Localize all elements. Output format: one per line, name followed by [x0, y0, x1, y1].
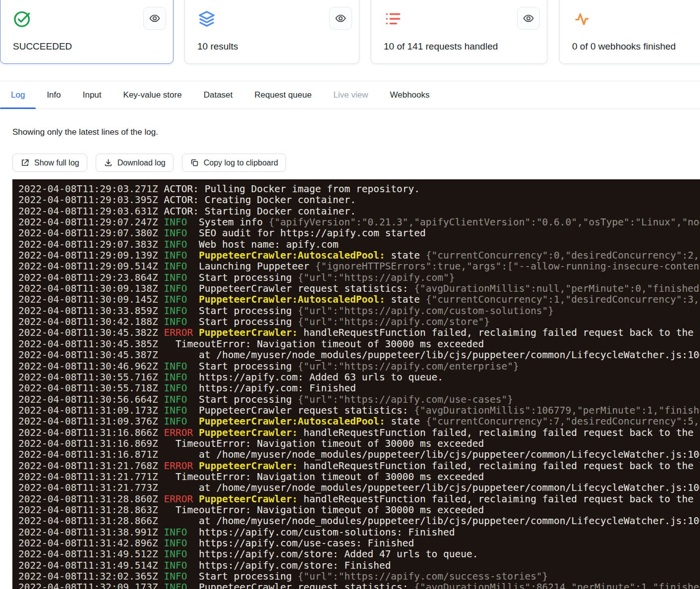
log-line: 2022-04-08T11:30:09.145Z INFO PuppeteerC… — [18, 294, 700, 305]
log-line: 2022-04-08T11:30:33.859Z INFO Start proc… — [18, 306, 700, 317]
log-line: 2022-04-08T11:31:28.863Z TimeoutError: N… — [18, 505, 700, 516]
results-card-label: 10 results — [197, 41, 238, 52]
download-icon — [104, 158, 113, 167]
log-line: 2022-04-08T11:29:03.271Z ACTOR: Pulling … — [18, 184, 700, 195]
log-line: 2022-04-08T11:32:09.173Z INFO PuppeteerC… — [18, 582, 700, 589]
log-line: 2022-04-08T11:29:07.247Z INFO System inf… — [18, 217, 700, 228]
log-line: 2022-04-08T11:30:42.188Z INFO Start proc… — [18, 317, 700, 327]
button-label: Show full log — [34, 159, 79, 167]
log-line: 2022-04-08T11:32:02.365Z INFO Start proc… — [18, 571, 700, 582]
status-card-label: SUCCEEDED — [13, 41, 72, 52]
tab-live-view[interactable]: Live view — [323, 81, 379, 108]
log-line: 2022-04-08T11:29:07.380Z INFO SEO audit … — [18, 228, 700, 239]
log-line: 2022-04-08T11:31:21.771Z TimeoutError: N… — [18, 472, 700, 482]
results-card-view-button[interactable] — [329, 7, 352, 30]
tab-request-queue[interactable]: Request queue — [243, 81, 322, 108]
log-line: 2022-04-08T11:31:21.768Z ERROR Puppeteer… — [18, 461, 700, 472]
log-line: 2022-04-08T11:29:23.864Z INFO Start proc… — [18, 272, 700, 283]
log-line: 2022-04-08T11:30:45.382Z ERROR Puppeteer… — [18, 327, 700, 338]
tab-dataset[interactable]: Dataset — [193, 81, 244, 108]
webhooks-card[interactable]: 0 of 0 webhooks finished — [559, 0, 700, 64]
log-line: 2022-04-08T11:31:09.376Z INFO PuppeteerC… — [18, 416, 700, 427]
layers-icon — [197, 9, 216, 28]
status-card[interactable]: SUCCEEDED — [0, 0, 174, 64]
tab-webhooks[interactable]: Webhooks — [379, 81, 441, 108]
log-note: Showing only the latest lines of the log… — [12, 127, 158, 137]
log-line: 2022-04-08T11:31:21.773Z at /home/myuser… — [18, 482, 700, 493]
log-line: 2022-04-08T11:31:16.869Z TimeoutError: N… — [18, 438, 700, 449]
log-line: 2022-04-08T11:30:46.962Z INFO Start proc… — [18, 361, 700, 372]
external-link-icon — [20, 158, 30, 167]
log-line: 2022-04-08T11:29:03.395Z ACTOR: Creating… — [18, 195, 700, 206]
run-tab-bar: LogInfoInputKey-value storeDatasetReques… — [0, 81, 700, 109]
log-line: 2022-04-08T11:30:09.138Z INFO PuppeteerC… — [18, 283, 700, 294]
log-line: 2022-04-08T11:30:45.387Z at /home/myuser… — [18, 350, 700, 361]
log-line: 2022-04-08T11:31:42.896Z INFO https://ap… — [18, 538, 700, 549]
list-icon — [384, 9, 403, 28]
log-line: 2022-04-08T11:31:49.512Z INFO https://ap… — [18, 549, 700, 560]
copy-icon — [190, 158, 199, 167]
copy-log-to-clipboard-button[interactable]: Copy log to clipboard — [182, 154, 286, 172]
log-line: 2022-04-08T11:30:55.718Z INFO https://ap… — [18, 383, 700, 394]
tab-log[interactable]: Log — [0, 81, 36, 108]
log-line: 2022-04-08T11:31:28.860Z ERROR Puppeteer… — [18, 494, 700, 505]
button-label: Copy log to clipboard — [204, 159, 278, 167]
webhooks-card-label: 0 of 0 webhooks finished — [572, 41, 676, 52]
log-line: 2022-04-08T11:31:49.514Z INFO https://ap… — [18, 560, 700, 571]
eye-icon — [523, 12, 534, 24]
log-line: 2022-04-08T11:31:16.866Z ERROR Puppeteer… — [18, 428, 700, 438]
pulse-icon — [572, 9, 591, 28]
log-output[interactable]: 2022-04-08T11:29:03.271Z ACTOR: Pulling … — [12, 179, 700, 589]
log-line: 2022-04-08T11:29:09.139Z INFO PuppeteerC… — [18, 250, 700, 261]
requests-card-view-button[interactable] — [517, 7, 540, 30]
log-line: 2022-04-08T11:29:03.631Z ACTOR: Starting… — [18, 206, 700, 217]
run-status-cards: SUCCEEDED10 results10 of 141 requests ha… — [0, 0, 700, 64]
tab-input[interactable]: Input — [72, 81, 113, 108]
tab-info[interactable]: Info — [36, 81, 71, 108]
log-line: 2022-04-08T11:29:07.383Z INFO Web host n… — [18, 239, 700, 250]
results-card[interactable]: 10 results — [184, 0, 359, 64]
log-actions: Show full logDownload logCopy log to cli… — [12, 154, 286, 172]
tab-key-value-store[interactable]: Key-value store — [113, 81, 193, 108]
log-line: 2022-04-08T11:31:28.866Z at /home/myuser… — [18, 516, 700, 527]
log-line: 2022-04-08T11:30:45.385Z TimeoutError: N… — [18, 339, 700, 350]
requests-card[interactable]: 10 of 141 requests handled — [371, 0, 547, 64]
log-line: 2022-04-08T11:29:09.514Z INFO Launching … — [18, 261, 700, 272]
button-label: Download log — [117, 159, 166, 167]
log-line: 2022-04-08T11:30:55.716Z INFO https://ap… — [18, 372, 700, 383]
check-circle-icon — [13, 9, 32, 28]
log-line: 2022-04-08T11:31:38.991Z INFO https://ap… — [18, 527, 700, 538]
eye-icon — [149, 12, 161, 24]
eye-icon — [335, 12, 347, 24]
log-line: 2022-04-08T11:31:09.173Z INFO PuppeteerC… — [18, 405, 700, 416]
download-log-button[interactable]: Download log — [96, 154, 174, 172]
show-full-log-button[interactable]: Show full log — [12, 154, 87, 172]
requests-card-label: 10 of 141 requests handled — [384, 41, 498, 52]
log-line: 2022-04-08T11:31:16.871Z at /home/myuser… — [18, 449, 700, 460]
status-card-view-button[interactable] — [143, 7, 166, 30]
log-line: 2022-04-08T11:30:56.664Z INFO Start proc… — [18, 394, 700, 405]
